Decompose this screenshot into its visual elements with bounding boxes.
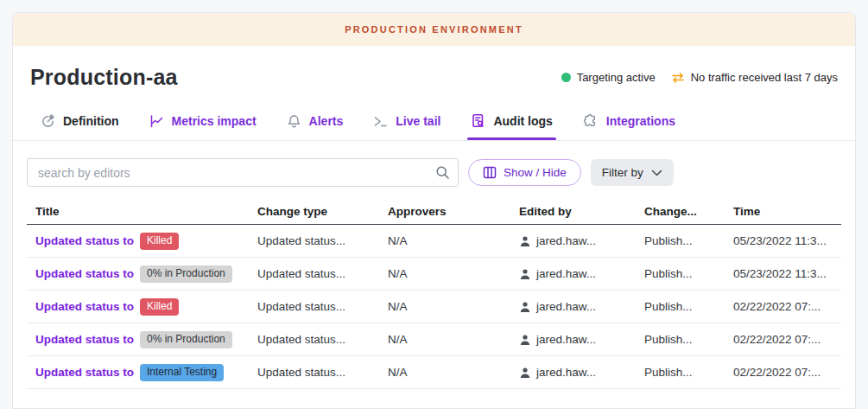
tab-definition[interactable]: Definition	[41, 102, 119, 140]
title-cell: Updated status to Killed	[27, 298, 257, 316]
edited-by-cell: jared.haw...	[519, 267, 644, 280]
filter-by-button[interactable]: Filter by	[591, 159, 674, 186]
tab-alerts[interactable]: Alerts	[287, 102, 344, 140]
edited-by-cell: jared.haw...	[519, 366, 644, 379]
environment-card: PRODUCTION ENVIRONMENT Production-aa Tar…	[12, 12, 856, 409]
person-icon	[519, 268, 531, 280]
audit-entry-link[interactable]: Updated status to	[35, 333, 134, 346]
table-row: Updated status to Internal Testing Updat…	[27, 356, 841, 389]
table-body: Updated status to Killed Updated status.…	[27, 225, 841, 389]
edited-by-cell: jared.haw...	[519, 300, 644, 313]
table-row: Updated status to Killed Updated status.…	[27, 225, 841, 258]
person-icon	[519, 235, 531, 247]
change-type-cell: Updated status...	[257, 333, 388, 346]
metrics-icon	[149, 114, 164, 129]
status-badge: 0% in Production	[140, 265, 232, 283]
show-hide-label: Show / Hide	[504, 166, 567, 179]
search-icon	[435, 165, 450, 183]
table-row: Updated status to Killed Updated status.…	[27, 291, 841, 323]
approvers-cell: N/A	[388, 234, 519, 247]
search-wrap	[27, 158, 459, 187]
status-badge: 0% in Production	[140, 331, 232, 348]
audit-log-icon	[471, 113, 485, 129]
change-type-cell: Updated status...	[257, 300, 388, 313]
time-cell: 02/22/2022 07:...	[733, 300, 841, 313]
approvers-cell: N/A	[388, 267, 519, 280]
table-row: Updated status to 0% in Production Updat…	[27, 323, 841, 356]
audit-entry-link[interactable]: Updated status to	[35, 267, 134, 280]
filter-by-label: Filter by	[602, 166, 643, 179]
change-cell: Publish...	[644, 267, 733, 280]
person-icon	[519, 334, 531, 346]
title-cell: Updated status to Internal Testing	[27, 364, 257, 381]
page-header: Production-aa Targeting active No traffi…	[13, 46, 855, 102]
table-header-row: Title Change type Approvers Edited by Ch…	[27, 199, 841, 225]
change-type-cell: Updated status...	[257, 366, 388, 379]
time-cell: 02/22/2022 07:...	[733, 333, 841, 346]
column-header-approvers: Approvers	[388, 205, 519, 218]
title-cell: Updated status to 0% in Production	[27, 331, 257, 348]
change-cell: Publish...	[644, 234, 733, 247]
search-input[interactable]	[27, 158, 459, 187]
tab-alerts-label: Alerts	[309, 114, 344, 128]
title-cell: Updated status to Killed	[27, 233, 257, 250]
column-header-edited-by: Edited by	[519, 205, 644, 218]
tab-integrations-label: Integrations	[606, 114, 675, 128]
edited-by-name: jared.haw...	[536, 300, 596, 313]
approvers-cell: N/A	[388, 366, 519, 379]
toolbar: Show / Hide Filter by	[13, 141, 855, 195]
audit-entry-link[interactable]: Updated status to	[35, 300, 134, 313]
column-header-title: Title	[27, 205, 257, 218]
bell-icon	[287, 114, 301, 129]
chevron-down-icon	[651, 169, 662, 176]
green-dot-icon	[561, 73, 571, 82]
change-cell: Publish...	[644, 333, 733, 346]
show-hide-button[interactable]: Show / Hide	[468, 159, 581, 186]
tab-integrations[interactable]: Integrations	[583, 102, 675, 140]
edited-by-name: jared.haw...	[536, 267, 596, 280]
targeting-status: Targeting active	[561, 71, 656, 84]
targeting-status-label: Targeting active	[577, 71, 656, 84]
terminal-icon	[373, 114, 388, 129]
person-icon	[519, 367, 531, 379]
edited-by-name: jared.haw...	[536, 333, 596, 346]
traffic-status: No traffic received last 7 days	[671, 71, 838, 84]
time-cell: 02/22/2022 07:...	[733, 366, 841, 379]
tab-audit-logs[interactable]: Audit logs	[471, 102, 552, 140]
tab-live-tail-label: Live tail	[396, 114, 440, 128]
status-badge: Killed	[140, 233, 179, 250]
page-title: Production-aa	[30, 65, 178, 90]
production-environment-banner: PRODUCTION ENVIRONMENT	[13, 13, 855, 46]
audit-entry-link[interactable]: Updated status to	[35, 234, 134, 247]
column-header-change-type: Change type	[257, 205, 388, 218]
edited-by-cell: jared.haw...	[519, 333, 644, 346]
column-header-change: Change...	[644, 205, 733, 218]
tab-audit-logs-label: Audit logs	[493, 114, 552, 128]
person-icon	[519, 301, 531, 313]
tab-bar: Definition Metrics impact Alerts	[13, 102, 855, 141]
traffic-arrows-icon	[671, 72, 685, 84]
columns-icon	[483, 166, 497, 179]
approvers-cell: N/A	[388, 300, 519, 313]
status-group: Targeting active No traffic received las…	[561, 71, 838, 84]
change-cell: Publish...	[644, 300, 733, 313]
tab-live-tail[interactable]: Live tail	[373, 102, 440, 140]
traffic-status-label: No traffic received last 7 days	[691, 71, 838, 84]
change-type-cell: Updated status...	[257, 267, 388, 280]
edited-by-name: jared.haw...	[536, 234, 596, 247]
puzzle-icon	[583, 113, 599, 129]
banner-label: PRODUCTION ENVIRONMENT	[345, 24, 523, 35]
edited-by-cell: jared.haw...	[519, 234, 644, 247]
status-badge: Internal Testing	[140, 364, 224, 381]
change-type-cell: Updated status...	[257, 234, 388, 247]
audit-logs-table: Title Change type Approvers Edited by Ch…	[27, 199, 841, 389]
time-cell: 05/23/2022 11:3...	[733, 267, 841, 280]
edited-by-name: jared.haw...	[536, 366, 596, 379]
title-cell: Updated status to 0% in Production	[27, 265, 257, 283]
definition-icon	[41, 114, 55, 129]
approvers-cell: N/A	[388, 333, 519, 346]
column-header-time: Time	[733, 205, 841, 218]
tab-metrics-impact-label: Metrics impact	[172, 114, 257, 128]
tab-metrics-impact[interactable]: Metrics impact	[149, 102, 257, 140]
audit-entry-link[interactable]: Updated status to	[35, 366, 134, 379]
